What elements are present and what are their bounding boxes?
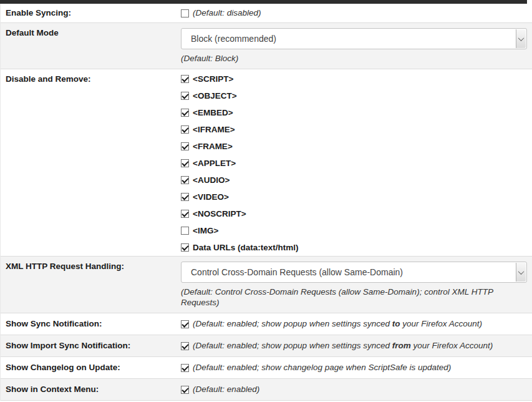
enable-syncing-checkbox[interactable] [181, 9, 189, 17]
iframe-tag-checkbox[interactable] [181, 125, 189, 134]
default-mode-select[interactable]: Block (recommended) [181, 28, 527, 49]
img-tag-checkbox[interactable] [181, 227, 189, 235]
default-hint: (Default: Control Cross-Domain Requests … [181, 287, 527, 308]
object-tag-checkbox[interactable] [181, 92, 189, 100]
row-show-in-context-menu: Show in Context Menu: (Default: enabled) [1, 379, 532, 401]
row-show-import-sync-notification: Show Import Sync Notification: (Default:… [1, 335, 532, 357]
setting-label-show-changelog-on-update: Show Changelog on Update: [1, 357, 177, 378]
checkbox-label[interactable]: <OBJECT> [193, 91, 237, 101]
show-in-context-menu-checkbox[interactable] [181, 386, 189, 394]
setting-label-default-mode: Default Mode [1, 23, 177, 69]
default-hint: (Default: Block) [181, 53, 527, 64]
row-disable-and-remove: Disable and Remove: <SCRIPT> <OBJECT> <E… [1, 69, 532, 257]
checkbox-label[interactable]: <FRAME> [193, 142, 233, 152]
disable-remove-item[interactable]: <IFRAME> [181, 121, 527, 138]
show-changelog-control[interactable]: (Default: enabled; show changelog page w… [181, 363, 527, 373]
row-default-mode: Default Mode Block (recommended) (Defaul… [1, 23, 532, 69]
checkbox-label[interactable]: <IMG> [193, 226, 218, 236]
disable-remove-item[interactable]: <FRAME> [181, 138, 527, 155]
settings-table: Enable Syncing: (Default: disabled) Defa… [0, 4, 532, 401]
audio-tag-checkbox[interactable] [181, 176, 189, 184]
setting-label-show-sync-notification: Show Sync Notification: [1, 313, 177, 335]
chevron-down-icon [516, 263, 526, 282]
embed-tag-checkbox[interactable] [181, 109, 189, 117]
xml-http-request-handling-select-value: Control Cross-Domain Requests (allow Sam… [191, 267, 403, 277]
default-hint: (Default: enabled; show popup when setti… [193, 341, 493, 351]
noscript-tag-checkbox[interactable] [181, 210, 189, 218]
checkbox-label[interactable]: Data URLs (data:text/html) [193, 243, 299, 253]
checkbox-label[interactable]: <AUDIO> [193, 175, 230, 185]
disable-remove-item[interactable]: <AUDIO> [181, 172, 527, 189]
setting-label-show-import-sync-notification: Show Import Sync Notification: [1, 335, 177, 356]
setting-label-disable-and-remove: Disable and Remove: [1, 69, 177, 256]
setting-label-xml-http-request-handling: XML HTTP Request Handling: [1, 257, 177, 313]
chevron-down-icon [516, 29, 526, 48]
checkbox-label[interactable]: <APPLET> [193, 159, 236, 169]
default-hint: (Default: enabled; show popup when setti… [193, 319, 482, 329]
row-show-sync-notification: Show Sync Notification: (Default: enable… [1, 313, 532, 335]
disable-remove-item[interactable]: <APPLET> [181, 155, 527, 172]
frame-tag-checkbox[interactable] [181, 142, 189, 150]
checkbox-label[interactable]: <IFRAME> [193, 125, 235, 135]
checkbox-label[interactable]: <VIDEO> [193, 192, 229, 202]
disable-remove-item[interactable]: <NOSCRIPT> [181, 205, 527, 222]
show-import-sync-notification-control[interactable]: (Default: enabled; show popup when setti… [181, 341, 527, 351]
checkbox-label[interactable]: <EMBED> [193, 108, 233, 118]
video-tag-checkbox[interactable] [181, 193, 189, 201]
show-import-sync-notification-checkbox[interactable] [181, 342, 189, 350]
checkbox-label[interactable]: <SCRIPT> [193, 74, 233, 84]
row-xml-http-request-handling: XML HTTP Request Handling: Control Cross… [1, 257, 532, 313]
show-changelog-checkbox[interactable] [181, 364, 189, 372]
disable-remove-item[interactable]: <VIDEO> [181, 189, 527, 205]
default-hint: (Default: disabled) [193, 8, 261, 18]
row-show-changelog-on-update: Show Changelog on Update: (Default: enab… [1, 357, 532, 379]
setting-label-enable-syncing: Enable Syncing: [1, 4, 177, 22]
default-hint: (Default: enabled) [193, 385, 259, 395]
applet-tag-checkbox[interactable] [181, 159, 189, 167]
disable-remove-item[interactable]: Data URLs (data:text/html) [181, 239, 527, 256]
show-in-context-menu-control[interactable]: (Default: enabled) [181, 385, 527, 395]
enable-syncing-control[interactable]: (Default: disabled) [181, 8, 527, 18]
setting-label-show-in-context-menu: Show in Context Menu: [1, 379, 177, 400]
show-sync-notification-checkbox[interactable] [181, 320, 189, 328]
data-urls-checkbox[interactable] [181, 243, 189, 252]
script-tag-checkbox[interactable] [181, 75, 189, 83]
disable-remove-item[interactable]: <OBJECT> [181, 87, 527, 104]
default-mode-select-value: Block (recommended) [191, 34, 276, 44]
disable-remove-item[interactable]: <SCRIPT> [181, 71, 527, 87]
disable-remove-item[interactable]: <IMG> [181, 222, 527, 239]
checkbox-label[interactable]: <NOSCRIPT> [193, 209, 246, 219]
xml-http-request-handling-select[interactable]: Control Cross-Domain Requests (allow Sam… [181, 262, 527, 283]
default-hint: (Default: enabled; show changelog page w… [193, 363, 451, 373]
show-sync-notification-control[interactable]: (Default: enabled; show popup when setti… [181, 319, 527, 329]
disable-remove-item[interactable]: <EMBED> [181, 104, 527, 121]
row-enable-syncing: Enable Syncing: (Default: disabled) [1, 4, 532, 23]
